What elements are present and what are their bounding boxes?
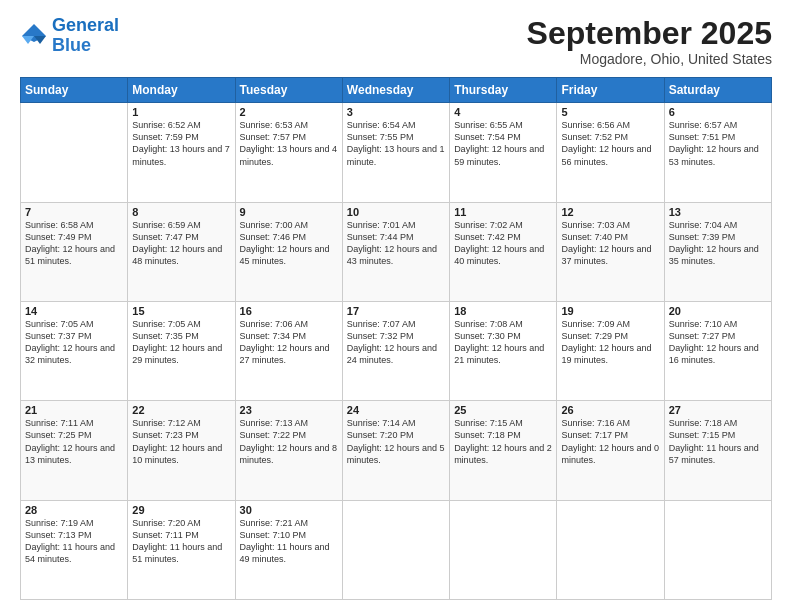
col-saturday: Saturday	[664, 78, 771, 103]
day-number: 26	[561, 404, 659, 416]
table-row: 14Sunrise: 7:05 AM Sunset: 7:37 PM Dayli…	[21, 301, 128, 400]
logo-icon	[20, 22, 48, 50]
table-row: 29Sunrise: 7:20 AM Sunset: 7:11 PM Dayli…	[128, 500, 235, 599]
table-row: 26Sunrise: 7:16 AM Sunset: 7:17 PM Dayli…	[557, 401, 664, 500]
table-row: 10Sunrise: 7:01 AM Sunset: 7:44 PM Dayli…	[342, 202, 449, 301]
table-row	[557, 500, 664, 599]
table-row: 22Sunrise: 7:12 AM Sunset: 7:23 PM Dayli…	[128, 401, 235, 500]
day-number: 20	[669, 305, 767, 317]
logo-line1: General	[52, 15, 119, 35]
day-info: Sunrise: 6:54 AM Sunset: 7:55 PM Dayligh…	[347, 119, 445, 168]
day-info: Sunrise: 7:03 AM Sunset: 7:40 PM Dayligh…	[561, 219, 659, 268]
day-info: Sunrise: 7:01 AM Sunset: 7:44 PM Dayligh…	[347, 219, 445, 268]
table-row: 1Sunrise: 6:52 AM Sunset: 7:59 PM Daylig…	[128, 103, 235, 202]
table-row: 6Sunrise: 6:57 AM Sunset: 7:51 PM Daylig…	[664, 103, 771, 202]
day-number: 1	[132, 106, 230, 118]
day-info: Sunrise: 6:53 AM Sunset: 7:57 PM Dayligh…	[240, 119, 338, 168]
day-info: Sunrise: 6:57 AM Sunset: 7:51 PM Dayligh…	[669, 119, 767, 168]
day-info: Sunrise: 6:58 AM Sunset: 7:49 PM Dayligh…	[25, 219, 123, 268]
day-number: 29	[132, 504, 230, 516]
day-number: 24	[347, 404, 445, 416]
table-row: 28Sunrise: 7:19 AM Sunset: 7:13 PM Dayli…	[21, 500, 128, 599]
day-number: 2	[240, 106, 338, 118]
table-row: 27Sunrise: 7:18 AM Sunset: 7:15 PM Dayli…	[664, 401, 771, 500]
day-number: 9	[240, 206, 338, 218]
logo: General Blue	[20, 16, 119, 56]
table-row: 21Sunrise: 7:11 AM Sunset: 7:25 PM Dayli…	[21, 401, 128, 500]
calendar-week-row: 21Sunrise: 7:11 AM Sunset: 7:25 PM Dayli…	[21, 401, 772, 500]
day-info: Sunrise: 7:07 AM Sunset: 7:32 PM Dayligh…	[347, 318, 445, 367]
calendar-week-row: 28Sunrise: 7:19 AM Sunset: 7:13 PM Dayli…	[21, 500, 772, 599]
table-row: 19Sunrise: 7:09 AM Sunset: 7:29 PM Dayli…	[557, 301, 664, 400]
table-row: 5Sunrise: 6:56 AM Sunset: 7:52 PM Daylig…	[557, 103, 664, 202]
day-info: Sunrise: 6:59 AM Sunset: 7:47 PM Dayligh…	[132, 219, 230, 268]
day-number: 22	[132, 404, 230, 416]
table-row	[21, 103, 128, 202]
table-row: 25Sunrise: 7:15 AM Sunset: 7:18 PM Dayli…	[450, 401, 557, 500]
table-row	[450, 500, 557, 599]
day-number: 30	[240, 504, 338, 516]
day-info: Sunrise: 7:14 AM Sunset: 7:20 PM Dayligh…	[347, 417, 445, 466]
table-row: 7Sunrise: 6:58 AM Sunset: 7:49 PM Daylig…	[21, 202, 128, 301]
day-info: Sunrise: 6:55 AM Sunset: 7:54 PM Dayligh…	[454, 119, 552, 168]
table-row: 11Sunrise: 7:02 AM Sunset: 7:42 PM Dayli…	[450, 202, 557, 301]
day-number: 27	[669, 404, 767, 416]
table-row	[342, 500, 449, 599]
day-info: Sunrise: 7:05 AM Sunset: 7:37 PM Dayligh…	[25, 318, 123, 367]
table-row: 4Sunrise: 6:55 AM Sunset: 7:54 PM Daylig…	[450, 103, 557, 202]
table-row	[664, 500, 771, 599]
col-monday: Monday	[128, 78, 235, 103]
page: General Blue September 2025 Mogadore, Oh…	[0, 0, 792, 612]
header: General Blue September 2025 Mogadore, Oh…	[20, 16, 772, 67]
logo-text: General Blue	[52, 16, 119, 56]
day-number: 6	[669, 106, 767, 118]
day-number: 17	[347, 305, 445, 317]
day-info: Sunrise: 7:19 AM Sunset: 7:13 PM Dayligh…	[25, 517, 123, 566]
page-title: September 2025	[527, 16, 772, 51]
table-row: 2Sunrise: 6:53 AM Sunset: 7:57 PM Daylig…	[235, 103, 342, 202]
day-info: Sunrise: 7:05 AM Sunset: 7:35 PM Dayligh…	[132, 318, 230, 367]
day-info: Sunrise: 7:10 AM Sunset: 7:27 PM Dayligh…	[669, 318, 767, 367]
col-thursday: Thursday	[450, 78, 557, 103]
page-subtitle: Mogadore, Ohio, United States	[527, 51, 772, 67]
day-number: 28	[25, 504, 123, 516]
day-info: Sunrise: 7:04 AM Sunset: 7:39 PM Dayligh…	[669, 219, 767, 268]
col-wednesday: Wednesday	[342, 78, 449, 103]
day-number: 5	[561, 106, 659, 118]
day-number: 3	[347, 106, 445, 118]
day-number: 25	[454, 404, 552, 416]
day-info: Sunrise: 6:52 AM Sunset: 7:59 PM Dayligh…	[132, 119, 230, 168]
day-number: 7	[25, 206, 123, 218]
col-sunday: Sunday	[21, 78, 128, 103]
day-info: Sunrise: 7:15 AM Sunset: 7:18 PM Dayligh…	[454, 417, 552, 466]
table-row: 3Sunrise: 6:54 AM Sunset: 7:55 PM Daylig…	[342, 103, 449, 202]
day-info: Sunrise: 7:21 AM Sunset: 7:10 PM Dayligh…	[240, 517, 338, 566]
day-number: 10	[347, 206, 445, 218]
col-friday: Friday	[557, 78, 664, 103]
day-info: Sunrise: 7:09 AM Sunset: 7:29 PM Dayligh…	[561, 318, 659, 367]
calendar-header-row: Sunday Monday Tuesday Wednesday Thursday…	[21, 78, 772, 103]
day-info: Sunrise: 7:16 AM Sunset: 7:17 PM Dayligh…	[561, 417, 659, 466]
day-number: 18	[454, 305, 552, 317]
day-info: Sunrise: 7:12 AM Sunset: 7:23 PM Dayligh…	[132, 417, 230, 466]
day-info: Sunrise: 7:06 AM Sunset: 7:34 PM Dayligh…	[240, 318, 338, 367]
day-number: 11	[454, 206, 552, 218]
day-info: Sunrise: 7:11 AM Sunset: 7:25 PM Dayligh…	[25, 417, 123, 466]
table-row: 20Sunrise: 7:10 AM Sunset: 7:27 PM Dayli…	[664, 301, 771, 400]
day-info: Sunrise: 7:00 AM Sunset: 7:46 PM Dayligh…	[240, 219, 338, 268]
calendar-week-row: 1Sunrise: 6:52 AM Sunset: 7:59 PM Daylig…	[21, 103, 772, 202]
day-info: Sunrise: 6:56 AM Sunset: 7:52 PM Dayligh…	[561, 119, 659, 168]
table-row: 24Sunrise: 7:14 AM Sunset: 7:20 PM Dayli…	[342, 401, 449, 500]
day-number: 15	[132, 305, 230, 317]
day-info: Sunrise: 7:02 AM Sunset: 7:42 PM Dayligh…	[454, 219, 552, 268]
day-number: 13	[669, 206, 767, 218]
table-row: 30Sunrise: 7:21 AM Sunset: 7:10 PM Dayli…	[235, 500, 342, 599]
day-number: 21	[25, 404, 123, 416]
table-row: 8Sunrise: 6:59 AM Sunset: 7:47 PM Daylig…	[128, 202, 235, 301]
table-row: 12Sunrise: 7:03 AM Sunset: 7:40 PM Dayli…	[557, 202, 664, 301]
day-number: 4	[454, 106, 552, 118]
day-number: 19	[561, 305, 659, 317]
calendar-table: Sunday Monday Tuesday Wednesday Thursday…	[20, 77, 772, 600]
table-row: 17Sunrise: 7:07 AM Sunset: 7:32 PM Dayli…	[342, 301, 449, 400]
day-info: Sunrise: 7:08 AM Sunset: 7:30 PM Dayligh…	[454, 318, 552, 367]
